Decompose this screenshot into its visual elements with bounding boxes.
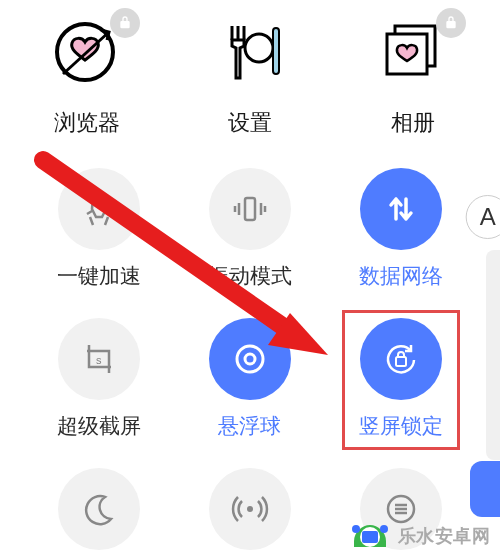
moon-icon (58, 468, 140, 550)
tile-label: 一键加速 (24, 262, 175, 290)
svg-rect-6 (273, 28, 279, 74)
app-label: 浏览器 (12, 108, 162, 138)
svg-line-1 (63, 32, 109, 74)
app-gallery[interactable]: 相册 (338, 18, 488, 138)
tile-label: 竖屏锁定 (325, 412, 476, 440)
app-browser[interactable]: 浏览器 (12, 18, 162, 138)
watermark-text: 乐水安卓网 (398, 524, 491, 548)
tile-label: 超级截屏 (24, 412, 175, 440)
watermark-logo-icon (348, 519, 392, 553)
svg-text:s: s (96, 354, 102, 366)
vibrate-icon (209, 168, 291, 250)
app-row: 浏览器 设置 (0, 0, 500, 138)
app-settings[interactable]: 设置 (175, 18, 325, 138)
tile-label: 悬浮球 (175, 412, 326, 440)
svg-point-23 (352, 525, 360, 533)
svg-point-12 (245, 354, 255, 364)
app-label: 相册 (338, 108, 488, 138)
data-arrows-icon (360, 168, 442, 250)
cutlery-icon (214, 18, 286, 90)
svg-point-11 (237, 346, 263, 372)
edge-assist-letter: A (480, 203, 496, 231)
watermark: 乐水安卓网 (348, 519, 491, 553)
edge-handle[interactable] (470, 461, 500, 517)
lock-icon (436, 8, 466, 38)
tile-super-screenshot[interactable]: s 超级截屏 (24, 318, 175, 440)
app-label: 设置 (175, 108, 325, 138)
tile-vibrate[interactable]: 振动模式 (175, 168, 326, 290)
rocket-icon (58, 168, 140, 250)
floating-ball-icon (209, 318, 291, 400)
tile-label: 数据网络 (325, 262, 476, 290)
tile-night-mode[interactable] (24, 468, 175, 559)
tile-label: 振动模式 (175, 262, 326, 290)
tile-speed-boost[interactable]: 一键加速 (24, 168, 175, 290)
hotspot-icon (209, 468, 291, 550)
crop-icon: s (58, 318, 140, 400)
lock-icon (110, 8, 140, 38)
tile-mobile-data[interactable]: 数据网络 (325, 168, 476, 290)
svg-point-14 (247, 506, 253, 512)
tile-orientation-lock[interactable]: 竖屏锁定 (325, 318, 476, 440)
orientation-lock-icon (360, 318, 442, 400)
svg-rect-13 (396, 357, 406, 366)
svg-rect-22 (362, 531, 378, 543)
svg-point-24 (380, 525, 388, 533)
svg-point-5 (245, 34, 273, 62)
tile-floating-ball[interactable]: 悬浮球 (175, 318, 326, 440)
quick-settings-grid: 一键加速 振动模式 数据网络 s 超级截屏 悬浮球 (0, 138, 500, 559)
edge-scrollbar[interactable] (486, 250, 500, 460)
tile-hotspot[interactable] (175, 468, 326, 559)
svg-rect-9 (245, 198, 255, 220)
